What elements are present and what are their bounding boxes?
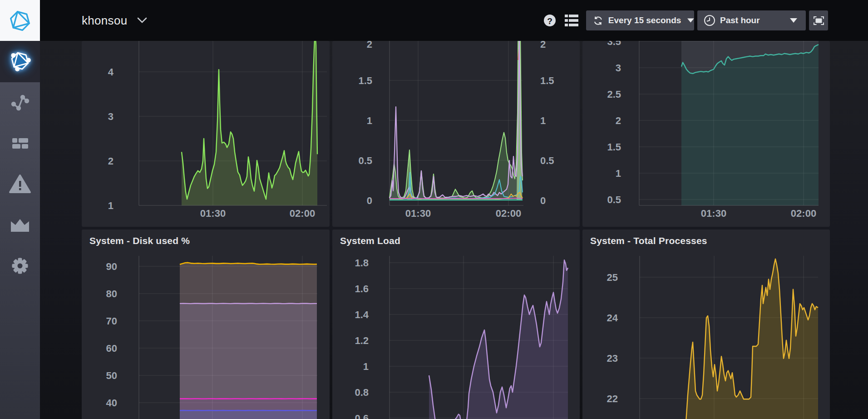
svg-text:80: 80	[106, 288, 117, 299]
svg-text:1.8: 1.8	[355, 257, 369, 269]
svg-text:0.6: 0.6	[355, 413, 369, 419]
svg-text:0.5: 0.5	[540, 155, 554, 166]
svg-text:25: 25	[607, 272, 618, 283]
svg-text:01:30: 01:30	[701, 208, 726, 219]
svg-text:1: 1	[367, 115, 372, 126]
svg-text:02:00: 02:00	[290, 208, 315, 219]
svg-text:0: 0	[367, 195, 372, 206]
svg-text:?: ?	[547, 16, 552, 26]
svg-text:4: 4	[108, 66, 114, 78]
svg-text:2: 2	[616, 115, 621, 126]
svg-text:1.5: 1.5	[358, 75, 372, 86]
svg-text:60: 60	[106, 343, 117, 354]
svg-text:3.5: 3.5	[607, 41, 621, 47]
svg-text:02:00: 02:00	[496, 208, 521, 219]
svg-text:1: 1	[540, 115, 546, 126]
svg-text:70: 70	[106, 315, 117, 327]
svg-text:90: 90	[106, 261, 117, 272]
svg-text:3: 3	[616, 62, 621, 74]
svg-text:1.4: 1.4	[355, 309, 369, 320]
svg-text:24: 24	[607, 312, 618, 324]
svg-text:23: 23	[607, 353, 618, 364]
svg-text:1: 1	[108, 200, 113, 211]
svg-text:0.5: 0.5	[607, 194, 621, 205]
svg-text:3: 3	[108, 111, 113, 122]
svg-text:1: 1	[363, 361, 369, 372]
svg-text:01:30: 01:30	[405, 208, 431, 219]
svg-text:40: 40	[106, 397, 117, 409]
svg-text:2: 2	[367, 41, 372, 50]
svg-text:1.5: 1.5	[607, 141, 621, 153]
svg-text:50: 50	[106, 370, 117, 381]
svg-text:2: 2	[108, 155, 113, 167]
svg-text:1.2: 1.2	[355, 335, 369, 346]
svg-text:0.8: 0.8	[355, 387, 369, 398]
svg-text:1: 1	[616, 168, 621, 179]
svg-text:0: 0	[540, 195, 546, 206]
svg-text:02:00: 02:00	[791, 208, 816, 219]
svg-text:0.5: 0.5	[358, 155, 372, 166]
svg-text:22: 22	[607, 393, 618, 404]
svg-text:2.5: 2.5	[607, 89, 621, 100]
svg-text:1.5: 1.5	[540, 75, 554, 86]
svg-text:01:30: 01:30	[200, 208, 226, 219]
svg-text:1.6: 1.6	[355, 283, 369, 294]
svg-text:2: 2	[540, 41, 546, 50]
